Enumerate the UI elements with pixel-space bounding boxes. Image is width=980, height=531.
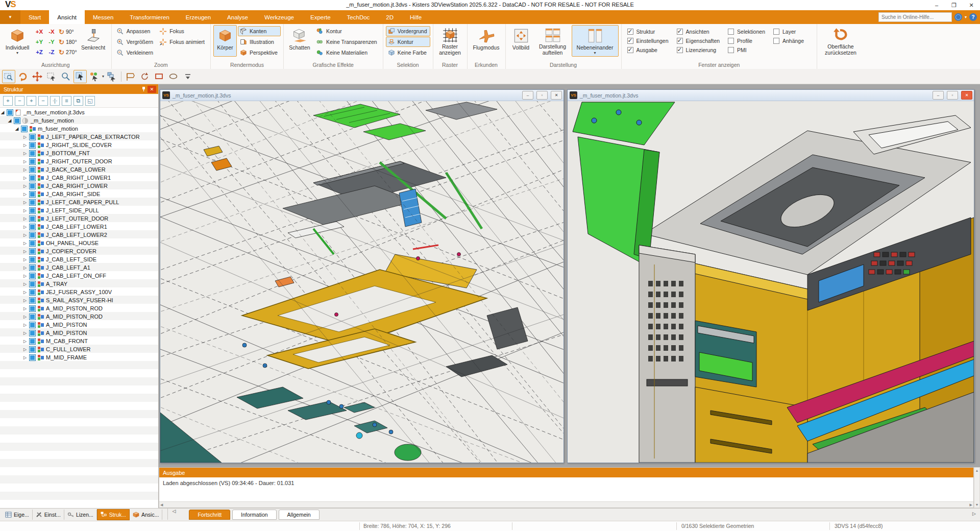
scroll-up-icon[interactable]: ▲ bbox=[975, 469, 979, 472]
visibility-checkbox[interactable] bbox=[29, 150, 36, 157]
axis-button[interactable]: +X bbox=[33, 29, 45, 35]
output-vscrollbar[interactable]: ▲▼ bbox=[974, 467, 980, 508]
ribbon-tab[interactable]: Hilfe bbox=[402, 10, 430, 24]
window-checkbox[interactable]: Lizenzierung bbox=[677, 45, 720, 55]
schatten-button[interactable]: Schatten bbox=[286, 25, 313, 57]
ribbon-tab[interactable]: Start bbox=[20, 10, 49, 24]
expander-icon[interactable]: ▷ bbox=[22, 241, 28, 246]
tree-node-part[interactable]: ▷ J_RIGHT_OUTER_DOOR bbox=[0, 157, 158, 165]
selection-frame-icon[interactable] bbox=[45, 70, 58, 83]
rotate-view-button[interactable]: ↻180° bbox=[59, 37, 77, 47]
search-input[interactable] bbox=[878, 12, 952, 22]
kontur-selektion-button[interactable]: Kontur bbox=[386, 37, 430, 47]
visibility-checkbox[interactable] bbox=[29, 248, 36, 255]
visibility-checkbox[interactable] bbox=[29, 158, 36, 165]
ribbon-tab[interactable]: Erzeugen bbox=[178, 10, 219, 24]
tab-scroll-right-icon[interactable]: ▷ bbox=[972, 511, 976, 516]
tree-node-part[interactable]: ▷ J_BOTTOM_FNT bbox=[0, 149, 158, 157]
viewport-left-titlebar[interactable]: VS _m_fuser_motion.jt.3dvs – ▫ ✕ bbox=[160, 90, 564, 101]
nebeneinander-button[interactable]: Nebeneinander ▾ bbox=[572, 25, 619, 57]
tree-node-part[interactable]: ▷ M_CAB_FRONT bbox=[0, 337, 158, 345]
visibility-checkbox[interactable] bbox=[29, 281, 36, 287]
tree-node-part[interactable]: ▷ A_MID_PISTON bbox=[0, 329, 158, 337]
window-checkbox[interactable]: Selektionen bbox=[728, 27, 765, 36]
viewport-minimize-button[interactable]: – bbox=[933, 91, 944, 100]
tree-node-part[interactable]: ▷ J_CAB_LEFT_ON_OFF bbox=[0, 272, 158, 280]
raster-anzeigen-button[interactable]: Raster anzeigen bbox=[436, 25, 464, 57]
expander-icon[interactable]: ▷ bbox=[22, 167, 28, 172]
visibility-checkbox[interactable] bbox=[7, 109, 13, 116]
ribbon-tab[interactable]: 2D bbox=[378, 10, 402, 24]
close-panel-icon[interactable]: ✕ bbox=[148, 86, 156, 93]
visibility-checkbox[interactable] bbox=[29, 142, 36, 149]
markup-circle-arrow-icon[interactable] bbox=[138, 70, 152, 83]
pin-icon[interactable] bbox=[139, 86, 148, 93]
dock-tab-eigenschaften[interactable]: Eige... bbox=[2, 510, 33, 520]
visibility-checkbox[interactable] bbox=[29, 330, 36, 336]
rotate-view-button[interactable]: ↻270° bbox=[59, 47, 77, 57]
window-checkbox[interactable]: Layer bbox=[773, 27, 804, 36]
tree-node-part[interactable]: ▷ A_TRAY bbox=[0, 280, 158, 288]
window-checkbox[interactable]: Profile bbox=[728, 36, 765, 45]
visibility-checkbox[interactable] bbox=[29, 322, 36, 328]
selection-instance-icon[interactable] bbox=[105, 70, 118, 83]
expand-level-icon[interactable]: ·|· bbox=[50, 96, 60, 106]
visibility-checkbox[interactable] bbox=[29, 305, 36, 312]
expander-icon[interactable]: ▷ bbox=[22, 135, 28, 139]
window-checkbox[interactable]: PMI bbox=[728, 45, 765, 55]
tree-node-part[interactable]: ▷ J_COPIER_COVER bbox=[0, 247, 158, 255]
vollbild-button[interactable]: Vollbild bbox=[508, 25, 534, 57]
viewport-restore-button[interactable]: ▫ bbox=[536, 91, 548, 100]
tree-node-part[interactable]: ▷ J_LEFT_SIDE_PULL bbox=[0, 206, 158, 214]
viewport-close-button[interactable]: ✕ bbox=[961, 91, 972, 100]
dropdown-caret-icon[interactable]: ▾ bbox=[102, 74, 104, 79]
visibility-checkbox[interactable] bbox=[21, 126, 28, 132]
expander-icon[interactable]: ▷ bbox=[22, 266, 28, 270]
visibility-checkbox[interactable] bbox=[29, 354, 36, 361]
expander-icon[interactable]: ▷ bbox=[22, 274, 28, 278]
expander-icon[interactable]: ▷ bbox=[22, 200, 28, 205]
select-icon[interactable] bbox=[74, 70, 87, 83]
expander-icon[interactable]: ▷ bbox=[22, 347, 28, 352]
tree-node-part[interactable]: ▷ J_CAB_LEFT_LOWER1 bbox=[0, 223, 158, 231]
axis-button[interactable]: +Z bbox=[33, 49, 45, 55]
ribbon-tab[interactable]: Werkzeuge bbox=[256, 10, 302, 24]
markup-rectangle-icon[interactable] bbox=[153, 70, 166, 83]
verkleinern-button[interactable]: Verkleinern bbox=[114, 47, 157, 58]
rotate-view-button[interactable]: ↻90° bbox=[59, 27, 77, 37]
tree-node-part[interactable]: ▷ J_CAB_RIGHT_LOWER1 bbox=[0, 174, 158, 182]
visibility-checkbox[interactable] bbox=[29, 166, 36, 173]
visibility-checkbox[interactable] bbox=[29, 207, 36, 214]
expander-icon[interactable]: ▷ bbox=[22, 143, 28, 148]
tab-information[interactable]: Information bbox=[232, 510, 277, 520]
expander-icon[interactable]: ▷ bbox=[22, 176, 28, 180]
keine-transparenzen-button[interactable]: Keine Transparenzen bbox=[314, 37, 380, 47]
visibility-checkbox[interactable] bbox=[29, 346, 36, 353]
fokus-animiert-button[interactable]: Fokus animiert bbox=[157, 37, 208, 47]
collapse-all-icon[interactable]: − bbox=[15, 96, 24, 106]
expander-icon[interactable]: ▷ bbox=[22, 225, 28, 229]
expand-icon[interactable]: + bbox=[27, 96, 36, 106]
tree-node-part[interactable]: ▷ A_MID_PISTON bbox=[0, 321, 158, 329]
tab-allgemein[interactable]: Allgemein bbox=[279, 510, 320, 520]
zoom-rectangle-icon[interactable] bbox=[2, 70, 15, 83]
zoom-icon[interactable] bbox=[59, 70, 72, 83]
tab-fortschritt[interactable]: Fortschritt bbox=[189, 510, 230, 520]
ribbon-tab[interactable]: Messen bbox=[85, 10, 121, 24]
vergroessern-button[interactable]: Vergrößern bbox=[114, 37, 157, 47]
visibility-checkbox[interactable] bbox=[29, 256, 36, 263]
visibility-checkbox[interactable] bbox=[29, 313, 36, 320]
ribbon-tab[interactable]: TechDoc bbox=[339, 10, 378, 24]
keine-materialien-button[interactable]: Keine Materialien bbox=[314, 47, 380, 58]
axis-button[interactable]: +Y bbox=[33, 39, 45, 45]
dock-tab-ansichten[interactable]: Ansic... bbox=[130, 510, 162, 520]
copy-icon[interactable]: ⧉ bbox=[74, 96, 83, 106]
expander-icon[interactable]: ▷ bbox=[22, 216, 28, 221]
tree-node-part[interactable]: ▷ J_LEFT_PAPER_CAB_EXTRACTOR bbox=[0, 133, 158, 141]
scroll-left-icon[interactable]: ◀ bbox=[160, 503, 163, 507]
dock-tab-struktur[interactable]: Struk... bbox=[97, 509, 130, 520]
dock-tab-einstellungen[interactable]: Einst... bbox=[33, 510, 64, 520]
koerper-button[interactable]: Körper bbox=[213, 25, 237, 57]
tree-node-part[interactable]: ▷ OH_PANEL_HOUSE bbox=[0, 239, 158, 247]
flugmodus-button[interactable]: Flugmodus bbox=[470, 25, 503, 57]
